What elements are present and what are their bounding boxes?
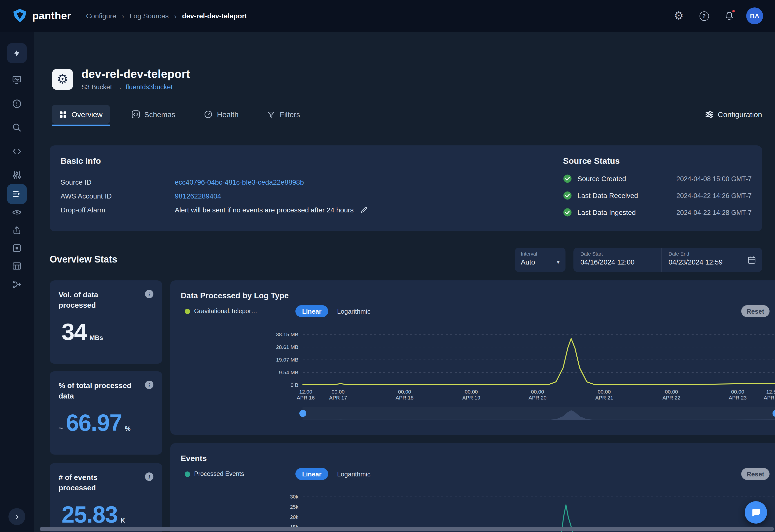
sidebar-item-forwarding[interactable] bbox=[7, 220, 27, 240]
grid-icon bbox=[59, 110, 67, 118]
panther-logo[interactable]: panther bbox=[12, 8, 71, 24]
check-icon bbox=[563, 208, 572, 217]
brush-track[interactable] bbox=[303, 407, 775, 420]
sliders-horizontal-icon bbox=[705, 110, 713, 119]
notification-badge bbox=[731, 9, 736, 13]
interval-select[interactable]: Interval Auto ▾ bbox=[515, 248, 566, 272]
stat-card-events: # of events processed i 25.83K bbox=[50, 463, 162, 532]
check-icon bbox=[563, 174, 572, 183]
page-title: dev-rel-dev-teleport bbox=[81, 67, 190, 81]
chevron-right-icon: › bbox=[122, 12, 124, 20]
tab-health[interactable]: Health bbox=[197, 105, 246, 124]
stat-unit: % bbox=[125, 425, 131, 432]
x-axis-tick-date: APR 22 bbox=[663, 395, 680, 400]
page-subtitle: S3 Bucket → fluentds3bucket bbox=[81, 83, 190, 91]
chart-card-data-processed: Data Processed by Log Type Gravitational… bbox=[170, 280, 775, 435]
breadcrumb-configure[interactable]: Configure bbox=[86, 12, 116, 20]
sidebar-expand-button[interactable]: › bbox=[8, 508, 25, 525]
pencil-icon bbox=[361, 206, 368, 213]
sidebar-item-packs[interactable] bbox=[7, 238, 27, 258]
status-timestamp: 2024-04-08 15:00 GMT-7 bbox=[676, 175, 752, 182]
monitor-graph-icon bbox=[12, 75, 22, 85]
breadcrumb-current: dev-rel-dev-teleport bbox=[182, 12, 247, 20]
date-end-label: Date End bbox=[669, 251, 742, 257]
flow-icon bbox=[12, 279, 22, 289]
x-axis-tick-time: 00:00 bbox=[465, 389, 478, 395]
horizontal-scrollbar-thumb[interactable] bbox=[40, 527, 774, 531]
sidebar-item-quick-actions[interactable] bbox=[7, 43, 27, 63]
x-axis-tick-time: 12:00 bbox=[299, 389, 312, 395]
info-icon[interactable]: i bbox=[145, 290, 153, 298]
sidebar-item-investigate[interactable] bbox=[7, 118, 27, 137]
check-icon bbox=[563, 191, 572, 200]
y-axis-tick: 19.07 MB bbox=[276, 357, 298, 363]
tab-label: Health bbox=[217, 110, 238, 119]
breadcrumb-log-sources[interactable]: Log Sources bbox=[130, 12, 168, 20]
user-avatar[interactable]: BA bbox=[746, 7, 763, 24]
chat-launcher-button[interactable] bbox=[745, 501, 767, 524]
series-line bbox=[303, 339, 775, 385]
basic-info-card: Basic Info Source ID ecc40796-04bc-481c-… bbox=[50, 145, 762, 231]
status-row-created: Source Created 2024-04-08 15:00 GMT-7 bbox=[563, 174, 752, 183]
settings-button[interactable]: ⚙ bbox=[670, 7, 687, 24]
tab-overview[interactable]: Overview bbox=[52, 105, 110, 124]
source-id-value[interactable]: ecc40796-04bc-481c-bfe3-ceda22e8898b bbox=[175, 178, 304, 186]
tab-label: Overview bbox=[71, 110, 102, 119]
x-axis-tick-time: 00:00 bbox=[665, 389, 678, 395]
date-start-label: Date Start bbox=[580, 251, 654, 257]
tab-filters[interactable]: Filters bbox=[260, 105, 307, 124]
y-axis-tick: 38.15 MB bbox=[276, 332, 298, 337]
schema-code-icon bbox=[131, 110, 140, 119]
status-label: Last Data Ingested bbox=[577, 208, 636, 216]
bucket-link[interactable]: fluentds3bucket bbox=[126, 83, 172, 91]
x-axis-tick-date: APR 16 bbox=[297, 395, 314, 400]
status-row-ingested: Last Data Ingested 2024-04-22 14:28 GMT-… bbox=[563, 208, 752, 217]
sidebar-item-detections[interactable] bbox=[7, 165, 27, 185]
info-label: AWS Account ID bbox=[61, 192, 175, 200]
sidebar-item-data-models[interactable] bbox=[7, 256, 27, 276]
calendar-icon[interactable] bbox=[747, 255, 756, 264]
x-axis-tick-date: APR 19 bbox=[462, 395, 480, 400]
configuration-label: Configuration bbox=[718, 110, 762, 119]
configuration-button[interactable]: Configuration bbox=[705, 110, 762, 119]
sidebar-item-dashboard[interactable] bbox=[7, 70, 27, 90]
y-axis-tick: 25k bbox=[290, 504, 298, 510]
sidebar-item-lookup[interactable] bbox=[7, 202, 27, 222]
gear-icon: ⚙ bbox=[674, 10, 683, 21]
sidebar-item-log-sources[interactable] bbox=[7, 184, 27, 204]
info-icon[interactable]: i bbox=[145, 472, 153, 481]
date-end-value: 04/23/2024 12:59 bbox=[669, 258, 742, 266]
tab-label: Filters bbox=[280, 110, 300, 119]
sidebar-item-alerts[interactable] bbox=[7, 94, 27, 114]
data-processed-chart-plot[interactable]: 38.15 MB28.61 MB19.07 MB9.54 MB0 B12:00A… bbox=[170, 280, 775, 435]
y-axis-tick: 20k bbox=[290, 514, 298, 520]
section-title: Overview Stats bbox=[50, 254, 117, 265]
log-source-icon bbox=[12, 189, 22, 199]
date-start-field[interactable]: Date Start 04/16/2024 12:00 bbox=[574, 248, 661, 272]
panther-logo-icon bbox=[12, 8, 28, 24]
sidebar-item-queries[interactable] bbox=[7, 141, 27, 161]
status-label: Last Data Received bbox=[577, 192, 638, 199]
sidebar-item-pipelines[interactable] bbox=[7, 274, 27, 294]
aws-account-id-value[interactable]: 981262289404 bbox=[175, 192, 221, 200]
help-button[interactable]: ? bbox=[696, 7, 712, 24]
top-navbar: panther Configure › Log Sources › dev-re… bbox=[0, 0, 775, 32]
funnel-icon bbox=[267, 110, 275, 118]
info-icon[interactable]: i bbox=[145, 381, 153, 389]
package-icon bbox=[12, 243, 22, 253]
sliders-vertical-icon bbox=[12, 170, 22, 180]
brush-handle-left[interactable] bbox=[299, 410, 306, 417]
chevron-right-icon: › bbox=[15, 511, 19, 522]
x-axis-tick-time: 12:59 bbox=[766, 389, 775, 395]
page-header: ⚙ dev-rel-dev-teleport S3 Bucket → fluen… bbox=[52, 67, 190, 91]
stat-number: 34 bbox=[62, 319, 87, 345]
logo-text: panther bbox=[32, 10, 71, 22]
events-chart-plot[interactable]: 30k25k20k15k bbox=[170, 443, 775, 532]
edit-dropoff-button[interactable] bbox=[361, 206, 368, 213]
stat-unit: MBs bbox=[90, 334, 103, 342]
tab-schemas[interactable]: Schemas bbox=[124, 105, 183, 124]
breadcrumb: Configure › Log Sources › dev-rel-dev-te… bbox=[86, 12, 247, 20]
table-icon bbox=[12, 261, 22, 271]
date-end-field[interactable]: Date End 04/23/2024 12:59 bbox=[661, 248, 749, 272]
notifications-button[interactable] bbox=[721, 7, 738, 24]
